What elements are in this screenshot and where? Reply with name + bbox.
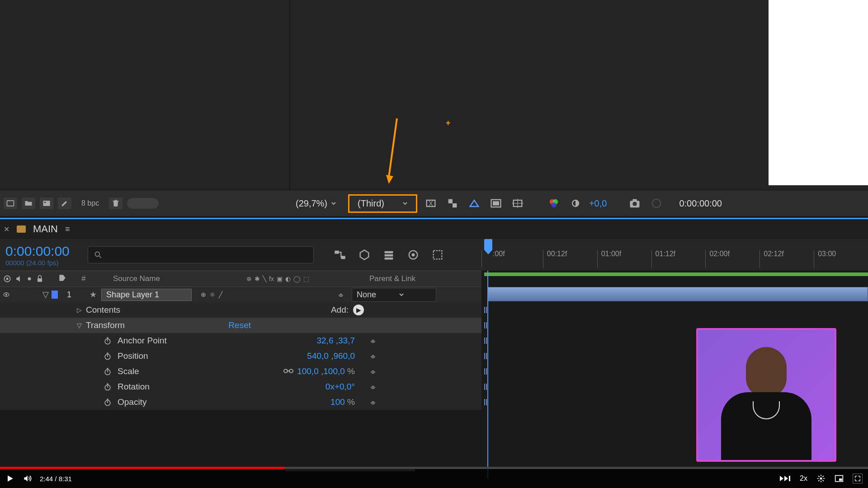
quality-switch[interactable]: ╱	[219, 291, 222, 298]
folder-icon[interactable]	[22, 197, 35, 209]
motion-blur-icon[interactable]	[429, 248, 446, 262]
solo-col-icon[interactable]	[26, 276, 33, 282]
expression-pickwhip-icon[interactable]	[368, 398, 377, 407]
twirl-icon[interactable]: ▽	[77, 322, 86, 329]
shy-switch[interactable]: ⊕	[201, 291, 206, 298]
show-snapshot-icon[interactable]	[648, 197, 665, 210]
svg-rect-54	[107, 399, 108, 400]
video-col-icon[interactable]	[3, 274, 12, 283]
shy-layers-icon[interactable]	[381, 248, 397, 262]
fullscreen-icon[interactable]	[853, 474, 863, 483]
ruler-tick: 02:00f	[705, 250, 760, 268]
svg-point-33	[28, 277, 31, 281]
volume-icon[interactable]	[23, 474, 32, 483]
zoom-value: (29,7%)	[296, 198, 327, 209]
layer-row[interactable]: ▽ 1 ★ Shape Layer 1 ⊕ ✱ ╱ None	[0, 287, 481, 302]
stopwatch-icon[interactable]	[103, 367, 112, 376]
parent-dropdown[interactable]: None	[352, 288, 436, 302]
safe-zones-icon[interactable]	[488, 197, 504, 210]
bit-depth-label[interactable]: 8 bpc	[81, 199, 99, 207]
snapshot-icon[interactable]	[627, 197, 643, 210]
expression-pickwhip-icon[interactable]	[368, 352, 377, 361]
anchor-point-marker: +	[446, 118, 451, 128]
ruler-tick: 00:12f	[543, 250, 597, 268]
expression-pickwhip-icon[interactable]	[368, 367, 377, 376]
current-time-display[interactable]: 0:00:00:00	[5, 244, 70, 259]
next-chapter-icon[interactable]	[779, 475, 791, 482]
layer-twirl-icon[interactable]: ▽	[42, 290, 49, 300]
timeline-panel-header: ✕ MAIN ≡	[0, 219, 868, 239]
exposure-reset-icon[interactable]	[567, 197, 584, 210]
trash-icon[interactable]	[109, 197, 123, 209]
lock-col-icon[interactable]	[35, 274, 44, 283]
svg-rect-55	[789, 476, 790, 481]
scale-value[interactable]: 100,0 ,100,0 %	[283, 366, 355, 376]
reset-button[interactable]: Reset	[228, 320, 251, 330]
playback-speed[interactable]: 2x	[800, 474, 807, 483]
parent-link-column[interactable]: Parent & Link	[364, 274, 481, 283]
project-panel-icon[interactable]	[4, 197, 17, 209]
resolution-dropdown[interactable]: (Third)	[348, 194, 417, 213]
layer-search-input[interactable]	[88, 246, 314, 263]
source-name-column[interactable]: Source Name	[108, 274, 246, 283]
mask-visibility-icon[interactable]	[466, 197, 482, 210]
magnification-dropdown[interactable]: (29,7%)	[289, 196, 343, 211]
ruler-tick: 01:12f	[651, 250, 706, 268]
contents-group[interactable]: ▷ Contents Add: ▶	[0, 302, 481, 318]
position-value[interactable]: 540,0 ,960,0	[307, 351, 355, 361]
twirl-icon[interactable]: ▷	[77, 306, 86, 314]
grid-icon[interactable]	[509, 197, 526, 210]
pip-icon[interactable]	[835, 474, 844, 483]
timeline-header: 0:00:00:00 00000 (24.00 fps) :00f 00:12f…	[0, 239, 868, 271]
frame-blend-icon[interactable]	[405, 248, 421, 262]
scale-row: Scale 100,0 ,100,0 %	[0, 364, 481, 379]
fast-preview-icon[interactable]	[423, 197, 439, 210]
ruler-tick: 01:00f	[597, 250, 651, 268]
pickwhip-icon[interactable]	[336, 290, 345, 299]
index-column: #	[76, 274, 108, 283]
opacity-value[interactable]: 100 %	[330, 397, 355, 407]
position-row: Position 540,0 ,960,0	[0, 348, 481, 364]
ruler-tick: 02:12f	[760, 250, 814, 268]
stopwatch-icon[interactable]	[103, 336, 112, 345]
anchor-point-value[interactable]: 32,6 ,33,7	[316, 336, 355, 346]
close-panel-icon[interactable]: ✕	[4, 225, 9, 234]
label-col-icon[interactable]	[58, 273, 67, 282]
draft-3d-icon[interactable]	[356, 248, 373, 262]
preview-timecode[interactable]: 0:00:00:00	[679, 198, 722, 209]
collapse-switch[interactable]: ✱	[210, 291, 215, 298]
stopwatch-icon[interactable]	[103, 352, 112, 361]
video-controls: 2:44 / 8:31 2x	[0, 469, 868, 488]
play-button[interactable]	[5, 474, 14, 483]
transform-group[interactable]: ▽ Transform Reset	[0, 318, 481, 333]
layer-index: 1	[58, 290, 90, 300]
stopwatch-icon[interactable]	[103, 398, 112, 407]
svg-point-32	[6, 278, 9, 280]
expression-pickwhip-icon[interactable]	[368, 336, 377, 345]
layer-name-field[interactable]: Shape Layer 1	[101, 289, 192, 301]
playhead-line[interactable]	[487, 271, 488, 479]
color-management-icon[interactable]	[546, 197, 562, 210]
exposure-value[interactable]: +0,0	[589, 198, 607, 209]
visibility-toggle-icon[interactable]	[3, 290, 10, 299]
audio-col-icon[interactable]	[14, 274, 24, 283]
render-progress	[127, 198, 159, 209]
composition-icon[interactable]	[40, 197, 53, 209]
layer-color-label[interactable]	[52, 291, 58, 299]
settings-icon[interactable]	[816, 474, 826, 483]
constrain-proportions-icon[interactable]	[283, 368, 293, 374]
composition-viewport[interactable]: +	[0, 0, 868, 190]
viewer-toolbar: 8 bpc (29,7%) (Third) +0,0 0:00:00:00	[0, 190, 868, 217]
comp-mini-flowchart-icon[interactable]	[332, 248, 348, 262]
presenter-figure	[746, 347, 787, 397]
transparency-grid-icon[interactable]	[444, 197, 461, 210]
rotation-value[interactable]: 0x+0,0°	[326, 382, 355, 392]
time-ruler[interactable]: :00f 00:12f 01:00f 01:12f 02:00f 02:12f …	[481, 239, 868, 271]
layer-duration-bar[interactable]	[488, 287, 868, 301]
composition-name[interactable]: MAIN	[33, 223, 58, 235]
panel-menu-icon[interactable]: ≡	[65, 225, 70, 234]
add-shape-button[interactable]: ▶	[353, 305, 364, 315]
stopwatch-icon[interactable]	[103, 382, 112, 391]
brush-icon[interactable]	[58, 197, 71, 209]
expression-pickwhip-icon[interactable]	[368, 382, 377, 391]
